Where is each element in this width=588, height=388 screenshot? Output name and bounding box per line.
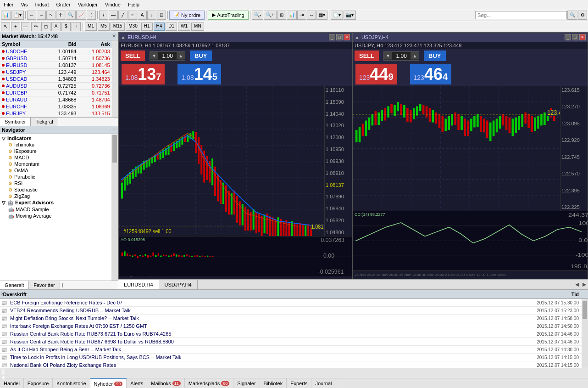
chart-tabs-right[interactable]: ▶ bbox=[581, 281, 588, 288]
abc-tool[interactable]: A bbox=[51, 22, 61, 31]
tf-h1[interactable]: H1 bbox=[141, 22, 153, 31]
menu-vis[interactable]: Vis bbox=[17, 1, 31, 8]
nav-osma[interactable]: ⚙ OsMA bbox=[1, 167, 111, 174]
eurusd-chart-body[interactable]: #125948492 sell 1.00 1.08137 1.16110 1.1… bbox=[119, 86, 352, 236]
news-row[interactable]: 📰 VTB24 Recommends Selling USD/RUB -- Ma… bbox=[0, 307, 582, 315]
chart-tab-usdjpy[interactable]: USDJPY,H4 bbox=[159, 280, 198, 290]
chart-shift-btn[interactable]: ⇥ bbox=[297, 11, 306, 20]
tf-d1[interactable]: D1 bbox=[166, 22, 177, 31]
vol-btn[interactable]: 📊 bbox=[287, 11, 297, 20]
eurusd-chart-main[interactable]: #125948492 sell 1.00 1.08137 bbox=[119, 86, 324, 236]
settings-btn[interactable]: ⚙ bbox=[578, 11, 587, 20]
fib-btn[interactable]: ≡ bbox=[128, 11, 137, 20]
menu-vindue[interactable]: Vindue bbox=[101, 1, 124, 8]
usdjpy-lot-down[interactable]: ▼ bbox=[384, 52, 392, 59]
tf-m30[interactable]: M30 bbox=[126, 22, 140, 31]
new-order-btn[interactable]: 📝Ny ordre bbox=[169, 11, 205, 20]
search-btn[interactable]: 🔍 bbox=[567, 11, 577, 20]
bottom-tab-kontohistorie[interactable]: Kontohistorie bbox=[53, 378, 90, 388]
period-sep-btn[interactable]: ⋮ bbox=[87, 11, 96, 20]
arrow-tool[interactable]: ↑ bbox=[72, 22, 81, 31]
bottom-tab-exposure[interactable]: Exposure bbox=[24, 378, 53, 388]
clock-btn[interactable]: 🕐▾ bbox=[331, 11, 343, 20]
mw-row[interactable]: EURUSD 1.08137 1.08145 bbox=[0, 62, 112, 69]
chart-tab-eurusd[interactable]: EURUSD,H4 bbox=[118, 280, 159, 290]
arrow-btn[interactable]: ↓ bbox=[147, 11, 156, 20]
news-row[interactable]: 📰 ECB Foreign Exchange Reference Rates -… bbox=[0, 299, 582, 307]
fwd-btn[interactable]: → bbox=[37, 11, 46, 20]
bottom-tab-mailboks[interactable]: Mailboks 11 bbox=[147, 378, 184, 388]
menu-hjelp[interactable]: Hjelp bbox=[124, 1, 143, 8]
nav-tab-generelt[interactable]: Generelt bbox=[0, 281, 29, 289]
tf-m1[interactable]: M1 bbox=[85, 22, 97, 31]
market-watch-close[interactable]: ✕ bbox=[112, 33, 116, 39]
usdjpy-chart-body-upper[interactable]: 123.449 123.615 123.270 123.095 122.920 … bbox=[353, 86, 588, 211]
grid-btn[interactable]: ⊞ bbox=[277, 11, 286, 20]
tf-m15[interactable]: M15 bbox=[111, 22, 125, 31]
bottom-tab-markedsplads[interactable]: Markedsplads 60 bbox=[185, 378, 234, 388]
nav-ichimoku[interactable]: ⚙ Ichimoku bbox=[1, 141, 111, 148]
bottom-tab-signaler[interactable]: Signaler bbox=[233, 378, 260, 388]
usdjpy-close[interactable]: ✕ bbox=[579, 34, 586, 40]
bottom-tab-nyheder[interactable]: Nyheder 99 bbox=[90, 378, 127, 388]
mw-row[interactable]: USDCHF 1.00184 1.00203 bbox=[0, 48, 112, 55]
nav-momentum[interactable]: ⚙ Momentum bbox=[1, 161, 111, 167]
nav-macd[interactable]: ⚙ MACD bbox=[1, 154, 111, 161]
hline-btn[interactable]: — bbox=[109, 11, 118, 20]
text-btn[interactable]: A bbox=[138, 11, 147, 20]
menu-grafer[interactable]: Grafer bbox=[52, 1, 74, 8]
nav-expert-advisors-group[interactable]: ▽ 🤖 Expert Advisors bbox=[1, 199, 111, 206]
indicators-btn[interactable]: 📈 bbox=[76, 11, 86, 20]
screenshot-btn[interactable]: 📷▾ bbox=[344, 11, 356, 20]
tf-w1[interactable]: W1 bbox=[178, 22, 190, 31]
usdjpy-chart-main[interactable]: 123.449 bbox=[353, 86, 560, 211]
nav-zigzag[interactable]: ⚙ ZigZag bbox=[1, 193, 111, 199]
news-row[interactable]: 📰 Interbank Foreign Exchange Rates At 07… bbox=[0, 322, 582, 330]
nav-rsi[interactable]: ⚙ RSI bbox=[1, 180, 111, 186]
nav-moving-average[interactable]: 🤖 Moving Average bbox=[1, 213, 111, 219]
usdjpy-cci-body[interactable]: 100 0.0 -100 244.3754 -195.8814 bbox=[353, 211, 588, 270]
eurusd-minimize[interactable]: _ bbox=[329, 34, 335, 40]
eurusd-buy-btn[interactable]: BUY bbox=[190, 51, 211, 61]
usdjpy-lot-input[interactable] bbox=[392, 52, 410, 60]
news-row[interactable]: 📰 Russian Central Bank Ruble Rate RUB73.… bbox=[0, 330, 582, 338]
mw-row[interactable]: EURJPY 133.493 133.515 bbox=[0, 110, 112, 117]
news-row[interactable]: 📰 Time to Lock in Profits in Long USD/RU… bbox=[0, 354, 582, 361]
new-chart-btn[interactable]: 📊 bbox=[1, 11, 11, 20]
chart-tabs-left[interactable]: ◀ bbox=[573, 281, 581, 288]
usdjpy-lot-up[interactable]: ▲ bbox=[410, 52, 419, 59]
nav-tab-favoritter[interactable]: Favoritter bbox=[29, 281, 60, 289]
eurusd-ao-body[interactable]: 0.037263 0.00 -0.025961 bbox=[119, 236, 352, 276]
tf-m5[interactable]: M5 bbox=[98, 22, 110, 31]
mw-tab-tickgraf[interactable]: Tickgraf bbox=[31, 118, 58, 126]
eurusd-maximize[interactable]: □ bbox=[336, 34, 343, 40]
mw-scrollbar[interactable] bbox=[112, 40, 118, 117]
eurusd-close[interactable]: ✕ bbox=[344, 34, 350, 40]
nav-scrollbar[interactable] bbox=[111, 134, 118, 281]
back-btn[interactable]: ← bbox=[27, 11, 36, 20]
mw-row[interactable]: EURGBP 0.71742 0.71751 bbox=[0, 90, 112, 96]
news-row[interactable]: 📰 As If Oil Had Stopped Being a Bear -- … bbox=[0, 346, 582, 354]
navigator-close[interactable]: ✕ bbox=[112, 127, 116, 133]
trendline-btn[interactable]: ╱ bbox=[118, 11, 128, 20]
crosshair-btn[interactable]: ✛ bbox=[56, 11, 65, 20]
tf-h4[interactable]: H4 bbox=[154, 22, 165, 31]
nav-macd-sample[interactable]: 🤖 MACD Sample bbox=[1, 206, 111, 213]
news-row[interactable]: 📰 Russian Central Bank Ruble Rate RUB67.… bbox=[0, 338, 582, 346]
cursor-btn[interactable]: ↖ bbox=[46, 11, 55, 20]
tf-mn[interactable]: MN bbox=[191, 22, 204, 31]
eurusd-sell-btn[interactable]: SELL bbox=[121, 51, 145, 61]
mw-row[interactable]: USDCAD 1.34803 1.34823 bbox=[0, 76, 112, 83]
line-btn[interactable]: / bbox=[99, 11, 108, 20]
news-row[interactable]: 📰 National Bank Of Poland Zloty Exchange… bbox=[0, 361, 582, 368]
menu-filer[interactable]: Filer bbox=[0, 1, 17, 8]
eraser-tool[interactable]: ◻ bbox=[41, 22, 50, 31]
zoom-in-btn[interactable]: 🔍+ bbox=[264, 11, 277, 20]
pen-tool[interactable]: ✏ bbox=[31, 22, 40, 31]
bottom-tab-alerts[interactable]: Alerts bbox=[127, 378, 147, 388]
nav-parabolic[interactable]: ⚙ Parabolic bbox=[1, 174, 111, 180]
expand-btn[interactable]: ⊡ bbox=[157, 11, 166, 20]
menu-indsat[interactable]: Indsat bbox=[31, 1, 52, 8]
news-scrollbar[interactable] bbox=[582, 299, 588, 368]
zoom-btn[interactable]: 🔍 bbox=[66, 11, 76, 20]
